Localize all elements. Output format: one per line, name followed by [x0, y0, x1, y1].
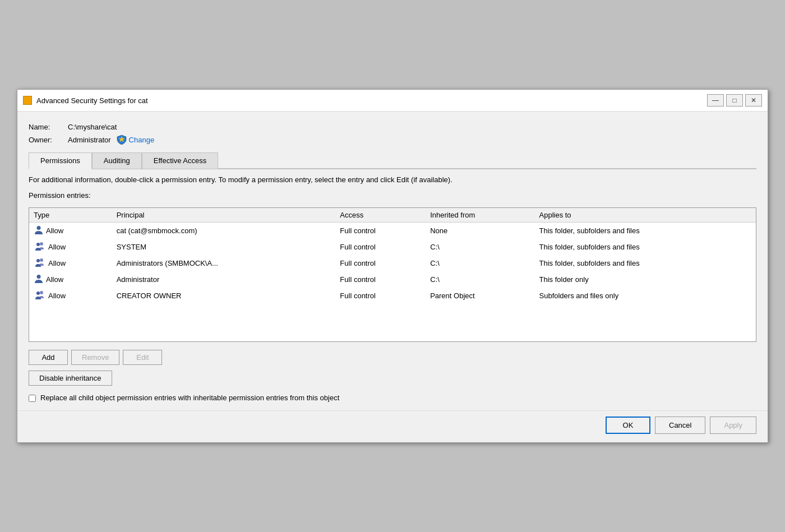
- user-icon: [34, 225, 44, 236]
- inherited-cell: C:\: [426, 255, 534, 271]
- close-button[interactable]: ✕: [745, 94, 762, 107]
- principal-cell: Administrator: [112, 271, 336, 288]
- applies-cell: This folder only: [535, 271, 756, 288]
- replace-checkbox-label: Replace all child object permission entr…: [40, 394, 339, 402]
- type-text: Allow: [48, 243, 66, 251]
- permissions-table-wrapper: Type Principal Access Inherited from App…: [29, 207, 756, 342]
- replace-checkbox-row: Replace all child object permission entr…: [29, 394, 756, 402]
- svg-point-10: [36, 292, 40, 295]
- ok-button[interactable]: OK: [606, 417, 650, 434]
- group-icon: [34, 258, 46, 269]
- title-bar: Advanced Security Settings for cat — □ ✕: [17, 90, 768, 112]
- maximize-button[interactable]: □: [726, 94, 743, 107]
- col-header-applies: Applies to: [535, 208, 756, 223]
- principal-cell: CREATOR OWNER: [112, 288, 336, 304]
- access-cell: Full control: [335, 222, 426, 239]
- inherited-cell: None: [426, 222, 534, 239]
- inherited-cell: Parent Object: [426, 288, 534, 304]
- type-text: Allow: [46, 275, 63, 284]
- action-buttons-row: Add Remove Edit: [29, 350, 756, 365]
- window-content: Name: C:\myshare\cat Owner: Administrato…: [17, 112, 768, 410]
- col-header-inherited: Inherited from: [426, 208, 534, 223]
- access-cell: Full control: [335, 255, 426, 271]
- type-text: Allow: [48, 292, 66, 300]
- principal-cell: SYSTEM: [112, 239, 336, 255]
- col-header-principal: Principal: [112, 208, 336, 223]
- table-row[interactable]: Allowcat (cat@smbmock.com)Full controlNo…: [29, 222, 756, 239]
- name-label: Name:: [29, 123, 62, 131]
- tab-auditing[interactable]: Auditing: [92, 152, 142, 169]
- minimize-button[interactable]: —: [707, 94, 724, 107]
- description-text: For additional information, double-click…: [29, 175, 756, 185]
- applies-cell: This folder, subfolders and files: [535, 222, 756, 239]
- svg-text:★: ★: [118, 135, 125, 144]
- info-section: Name: C:\myshare\cat Owner: Administrato…: [29, 123, 756, 145]
- svg-point-1: [37, 226, 41, 230]
- svg-point-5: [40, 258, 43, 262]
- change-link[interactable]: ★ Change: [117, 135, 155, 145]
- permissions-table: Type Principal Access Inherited from App…: [29, 208, 756, 304]
- table-row[interactable]: AllowAdministratorFull controlC:\This fo…: [29, 271, 756, 288]
- type-cell: Allow: [29, 239, 112, 255]
- edit-button[interactable]: Edit: [123, 350, 162, 365]
- table-row[interactable]: AllowCREATOR OWNERFull controlParent Obj…: [29, 288, 756, 304]
- add-button[interactable]: Add: [29, 350, 68, 365]
- apply-button[interactable]: Apply: [710, 417, 756, 434]
- type-cell: Allow: [29, 288, 112, 304]
- inherited-cell: C:\: [426, 239, 534, 255]
- table-row[interactable]: AllowAdministrators (SMBMOCK\A...Full co…: [29, 255, 756, 271]
- col-header-access: Access: [335, 208, 426, 223]
- window-title: Advanced Security Settings for cat: [36, 96, 703, 105]
- type-text: Allow: [48, 259, 66, 267]
- applies-cell: Subfolders and files only: [535, 288, 756, 304]
- type-cell: Allow: [29, 271, 112, 288]
- remove-button[interactable]: Remove: [71, 350, 119, 365]
- inherited-cell: C:\: [426, 271, 534, 288]
- permission-entries-label: Permission entries:: [29, 191, 756, 200]
- svg-point-3: [36, 243, 40, 246]
- owner-label: Owner:: [29, 136, 62, 144]
- user-icon: [34, 274, 44, 285]
- footer-buttons: OK Cancel Apply: [17, 410, 768, 442]
- tab-permissions[interactable]: Permissions: [29, 152, 92, 169]
- svg-point-6: [36, 259, 40, 262]
- applies-cell: This folder, subfolders and files: [535, 239, 756, 255]
- group-icon: [34, 242, 46, 252]
- name-value: C:\myshare\cat: [68, 123, 117, 131]
- type-cell: Allow: [29, 255, 112, 271]
- replace-checkbox[interactable]: [29, 395, 36, 402]
- owner-value: Administrator: [68, 136, 111, 144]
- disable-inheritance-button[interactable]: Disable inheritance: [29, 371, 112, 386]
- window-controls: — □ ✕: [707, 94, 762, 107]
- tab-effective-access[interactable]: Effective Access: [142, 152, 218, 169]
- shield-icon: ★: [117, 135, 127, 145]
- principal-cell: cat (cat@smbmock.com): [112, 222, 336, 239]
- type-cell: Allow: [29, 222, 112, 239]
- name-row: Name: C:\myshare\cat: [29, 123, 756, 131]
- window-icon: [23, 96, 32, 105]
- main-window: Advanced Security Settings for cat — □ ✕…: [17, 89, 768, 442]
- svg-point-9: [40, 291, 43, 294]
- principal-cell: Administrators (SMBMOCK\A...: [112, 255, 336, 271]
- svg-point-8: [37, 275, 41, 279]
- type-text: Allow: [46, 226, 63, 235]
- applies-cell: This folder, subfolders and files: [535, 255, 756, 271]
- access-cell: Full control: [335, 288, 426, 304]
- access-cell: Full control: [335, 271, 426, 288]
- table-row[interactable]: AllowSYSTEMFull controlC:\This folder, s…: [29, 239, 756, 255]
- change-link-text[interactable]: Change: [129, 136, 155, 144]
- tabs: Permissions Auditing Effective Access: [29, 152, 756, 169]
- owner-row: Owner: Administrator ★ Change: [29, 135, 756, 145]
- access-cell: Full control: [335, 239, 426, 255]
- group-icon: [34, 290, 46, 301]
- svg-point-2: [40, 242, 43, 246]
- col-header-type: Type: [29, 208, 112, 223]
- cancel-button[interactable]: Cancel: [655, 417, 705, 434]
